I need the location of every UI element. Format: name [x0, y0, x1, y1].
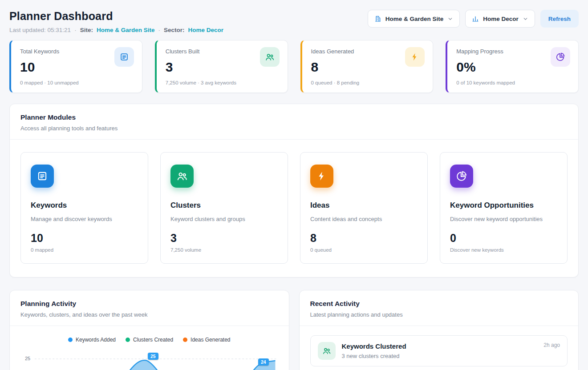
legend-label: Ideas Generated [191, 337, 230, 343]
y-axis-tick: 25 [25, 356, 30, 361]
pie-chart-icon [551, 47, 570, 67]
module-description: Keyword clusters and groups [170, 216, 278, 222]
stat-subtext: 0 queued · 8 pending [311, 80, 424, 85]
legend-dot-blue [68, 338, 73, 342]
lightning-icon [310, 165, 333, 188]
panel-title: Planner Modules [20, 113, 568, 121]
bottom-row: Planning Activity Keywords, clusters, an… [9, 290, 579, 370]
planner-dashboard-page: Planner Dashboard Last updated: 05:31:21… [0, 0, 588, 370]
site-label: Site: [80, 27, 93, 33]
planning-activity-header: Planning Activity Keywords, clusters, an… [10, 290, 289, 326]
stat-card-mapping-progress[interactable]: Mapping Progress 0% 0 of 10 keywords map… [446, 40, 579, 93]
recent-activity-card: Recent Activity Latest planning actions … [299, 290, 579, 370]
data-point-label: 25 [148, 353, 158, 360]
module-subtext: 7,250 volume [170, 247, 278, 253]
module-card-clusters[interactable]: Clusters Keyword clusters and groups 3 7… [160, 152, 288, 264]
module-title: Clusters [170, 201, 278, 210]
chart-legend: Keywords Added Clusters Created Ideas Ge… [10, 337, 289, 343]
module-title: Keywords [31, 201, 138, 210]
activity-item-title: Keywords Clustered [342, 342, 406, 350]
building-icon [374, 15, 381, 22]
pie-chart-icon [450, 165, 473, 188]
users-icon [170, 165, 194, 188]
header-controls: Home & Garden Site Home Decor Refresh [368, 10, 579, 28]
module-value: 10 [31, 232, 138, 245]
legend-item-ideas-generated[interactable]: Ideas Generated [183, 337, 230, 343]
site-link[interactable]: Home & Garden Site [97, 27, 155, 33]
module-description: Content ideas and concepts [310, 216, 418, 222]
module-description: Manage and discover keywords [31, 216, 138, 222]
legend-dot-green [126, 338, 130, 342]
planning-activity-chart: 25 25 24 [20, 349, 278, 370]
planner-modules-panel: Planner Modules Access all planning tool… [9, 104, 579, 278]
stat-card-clusters-built[interactable]: Clusters Built 3 7,250 volume · 3 avg ke… [155, 40, 288, 93]
document-lines-icon [114, 47, 134, 67]
modules-grid: Keywords Manage and discover keywords 10… [10, 140, 578, 277]
stat-subtext: 7,250 volume · 3 avg keywords [166, 80, 279, 85]
module-card-ideas[interactable]: Ideas Content ideas and concepts 8 0 que… [300, 152, 428, 264]
last-updated-text: Last updated: 05:31:21 [9, 27, 71, 33]
activity-item-timestamp: 2h ago [543, 342, 560, 348]
sector-link[interactable]: Home Decor [188, 27, 223, 33]
data-point-label: 24 [258, 358, 269, 366]
meta-separator: · [158, 27, 160, 33]
panel-subtitle: Latest planning actions and updates [310, 311, 568, 318]
module-value: 3 [170, 232, 278, 245]
module-subtext: Discover new keywords [450, 247, 557, 253]
module-title: Ideas [310, 201, 418, 210]
stat-card-ideas-generated[interactable]: Ideas Generated 8 0 queued · 8 pending [300, 40, 434, 93]
header-left: Planner Dashboard Last updated: 05:31:21… [9, 10, 223, 33]
module-card-keywords[interactable]: Keywords Manage and discover keywords 10… [20, 152, 148, 264]
document-lines-icon [31, 165, 54, 188]
module-subtext: 0 mapped [31, 247, 138, 253]
refresh-button[interactable]: Refresh [540, 10, 579, 28]
stat-subtext: 0 mapped · 10 unmapped [20, 80, 133, 85]
legend-label: Keywords Added [76, 337, 116, 343]
module-subtext: 0 queued [310, 247, 418, 253]
chevron-down-icon [523, 16, 528, 22]
activity-item-body: Keywords Clustered 3 new clusters create… [342, 342, 406, 359]
module-value: 8 [310, 232, 418, 245]
meta-separator: · [74, 27, 77, 33]
panel-title: Planning Activity [20, 300, 278, 308]
panel-subtitle: Access all planning tools and features [20, 125, 568, 132]
site-selector-label: Home & Garden Site [385, 16, 444, 22]
sector-label: Sector: [164, 27, 185, 33]
module-card-keyword-opportunities[interactable]: Keyword Opportunities Discover new keywo… [440, 152, 568, 264]
site-selector-dropdown[interactable]: Home & Garden Site [368, 10, 460, 28]
activity-list-item[interactable]: Keywords Clustered 3 new clusters create… [310, 335, 568, 366]
chevron-down-icon [447, 16, 453, 22]
legend-item-clusters-created[interactable]: Clusters Created [126, 337, 173, 343]
stat-card-total-keywords[interactable]: Total Keywords 10 0 mapped · 10 unmapped [9, 40, 142, 93]
stat-subtext: 0 of 10 keywords mapped [456, 80, 569, 85]
lightning-icon [405, 47, 425, 67]
top-bar: Planner Dashboard Last updated: 05:31:21… [9, 0, 579, 33]
header-meta: Last updated: 05:31:21 · Site: Home & Ga… [9, 27, 223, 33]
users-icon [260, 47, 280, 67]
stats-row: Total Keywords 10 0 mapped · 10 unmapped… [9, 40, 579, 93]
module-value: 0 [450, 232, 557, 245]
activity-item-description: 3 new clusters created [342, 353, 406, 359]
sector-selector-label: Home Decor [483, 16, 519, 22]
panel-title: Recent Activity [310, 300, 568, 308]
users-icon [318, 342, 336, 360]
panel-subtitle: Keywords, clusters, and ideas over the p… [20, 311, 278, 318]
module-description: Discover new keyword opportunities [450, 216, 557, 222]
sector-selector-dropdown[interactable]: Home Decor [465, 10, 535, 28]
bar-chart-icon [472, 15, 479, 22]
recent-activity-header: Recent Activity Latest planning actions … [300, 290, 579, 326]
planner-modules-header: Planner Modules Access all planning tool… [10, 104, 578, 140]
legend-label: Clusters Created [133, 337, 173, 343]
legend-dot-orange [183, 338, 187, 342]
page-title: Planner Dashboard [9, 10, 223, 23]
module-title: Keyword Opportunities [450, 201, 557, 210]
planning-activity-card: Planning Activity Keywords, clusters, an… [9, 290, 289, 370]
legend-item-keywords-added[interactable]: Keywords Added [68, 337, 116, 343]
